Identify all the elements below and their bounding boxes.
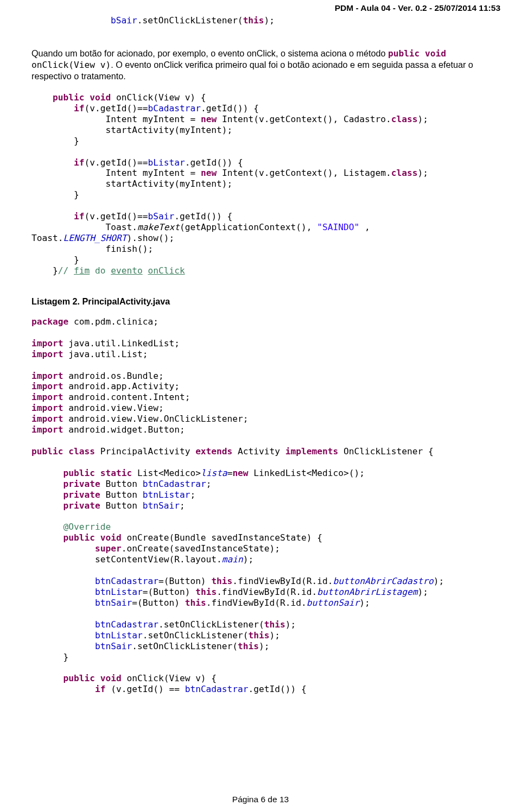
code-text: =(Button)	[158, 576, 211, 586]
keyword: this	[249, 630, 270, 640]
code-text: setContentView(R.layout.	[95, 554, 222, 564]
code-text: .setOnClickListener(	[143, 630, 249, 640]
field-ref: btnListar	[143, 490, 190, 500]
code-text: ;	[206, 479, 212, 489]
code-text: (v.getId() ==	[105, 684, 185, 694]
code-text: );	[434, 576, 444, 586]
keyword: public class	[31, 446, 95, 456]
code-line: if (v.getId() == btnCadastrar.getId()) {	[31, 684, 490, 695]
static-field: main	[222, 554, 243, 564]
code-text: Toast.	[31, 233, 63, 243]
code-block-2: if(v.getId()==bListar.getId()) { Intent …	[31, 157, 490, 201]
field-ref: btnCadastrar	[95, 619, 158, 630]
code-field: public static List<Medico>lista=new Link…	[31, 468, 490, 479]
keyword: this	[211, 576, 232, 586]
code-text: ,	[359, 222, 370, 232]
code-text: .findViewById(R.id.	[206, 598, 307, 608]
keyword: if	[95, 684, 106, 694]
keyword: this	[243, 15, 264, 26]
code-text: List<Medico>	[132, 468, 201, 478]
code-text: android.view.View.OnClickListener;	[63, 414, 248, 424]
keyword: private	[63, 479, 100, 489]
code-blank-3	[31, 327, 490, 338]
code-blank-7	[31, 511, 490, 522]
code-method: public void onCreate(Bundle savedInstanc…	[31, 532, 490, 543]
keyword: class	[391, 168, 418, 178]
code-import: import android.view.View.OnClickListener…	[31, 414, 490, 424]
code-text: .setOnClickListener(	[158, 619, 264, 630]
field-ref: btnSair	[95, 641, 132, 651]
keyword: new	[201, 114, 217, 124]
code-text: android.os.Bundle;	[63, 371, 163, 381]
code-block-1: public void onClick(View v) { if(v.getId…	[31, 92, 490, 147]
code-text: android.widget.Button;	[63, 424, 185, 435]
field-ref: btnCadastrar	[95, 576, 158, 586]
static-field: LENGTH_SHORT	[63, 233, 126, 243]
page-content: bSair.setOnClickListener(this); Quando u…	[0, 0, 521, 695]
keyword: this	[238, 641, 259, 651]
code-text: }	[53, 265, 58, 276]
field-ref: bSair	[111, 15, 137, 26]
code-import: import java.util.LinkedList;	[31, 338, 490, 349]
code-text: .findViewById(R.id.	[232, 576, 333, 586]
field-ref: bCadastrar	[148, 103, 200, 113]
code-line: btnSair=(Button) this.findViewById(R.id.…	[31, 598, 490, 608]
code-text: .getId()) {	[174, 211, 232, 221]
code-text: .getId()) {	[185, 157, 243, 168]
code-blank-1	[31, 147, 490, 157]
code-text: PrincipalActivity	[95, 446, 195, 456]
code-package: package com.pdm.clinica;	[31, 316, 490, 327]
code-import: import android.app.Activity;	[31, 381, 490, 392]
keyword: import	[31, 414, 63, 424]
code-text: =(Button)	[132, 598, 185, 608]
code-block-3: if(v.getId()==bSair.getId()) { Toast.mak…	[31, 211, 490, 276]
code-text: Intent myIntent =	[105, 168, 200, 178]
code-text: Button	[100, 500, 143, 511]
code-text: Activity	[232, 446, 285, 456]
code-text: .setOnClickListener(	[132, 641, 238, 651]
code-text: );	[417, 168, 428, 178]
code-import: import java.util.List;	[31, 349, 490, 360]
string-literal: "SAINDO"	[317, 222, 359, 232]
keyword: private	[63, 500, 100, 511]
code-text: startActivity(myIntent);	[105, 125, 232, 135]
code-text: );	[285, 619, 296, 630]
code-text: android.app.Activity;	[63, 381, 179, 391]
code-text: ;	[190, 490, 195, 500]
code-text: );	[417, 587, 428, 597]
code-text: ;	[180, 500, 185, 511]
keyword: extends	[195, 446, 232, 456]
code-text: .getId()) {	[201, 103, 259, 113]
static-field: buttonSair	[307, 598, 359, 608]
code-text: Toast.	[105, 222, 137, 232]
keyword: new	[232, 468, 248, 478]
code-text: .onCreate(savedInstanceState);	[122, 543, 280, 554]
field-ref: btnCadastrar	[185, 684, 249, 694]
code-text: android.view.View;	[63, 403, 163, 413]
code-inline: onClick(View v)	[31, 60, 111, 70]
code-text: onClick(View v) {	[122, 673, 217, 683]
text: Quando um botão for acionado, por exempl…	[31, 48, 388, 58]
code-text: (v.getId()==	[84, 103, 148, 113]
code-line-top: bSair.setOnClickListener(this);	[31, 15, 490, 26]
code-text: }	[74, 189, 79, 200]
code-line: btnListar=(Button) this.findViewById(R.i…	[31, 587, 490, 598]
annotation: @Override	[63, 522, 111, 532]
static-call: makeText	[137, 222, 180, 232]
code-annotation: @Override	[31, 522, 490, 532]
keyword: import	[31, 403, 63, 413]
code-text: onClick(View v) {	[111, 92, 206, 103]
keyword: this	[264, 619, 285, 630]
code-line: }	[31, 652, 490, 663]
code-text: );	[259, 641, 270, 651]
field-ref: bListar	[148, 157, 185, 168]
code-blank-4	[31, 360, 490, 371]
keyword: import	[31, 371, 63, 381]
code-text: finish();	[105, 244, 153, 254]
keyword: import	[31, 381, 63, 391]
code-text: java.util.LinkedList;	[63, 338, 179, 348]
keyword: import	[31, 424, 63, 435]
comment-word: do	[90, 265, 111, 276]
listing-heading: Listagem 2. PrincipalActivity.java	[31, 296, 490, 307]
keyword: import	[31, 349, 63, 359]
